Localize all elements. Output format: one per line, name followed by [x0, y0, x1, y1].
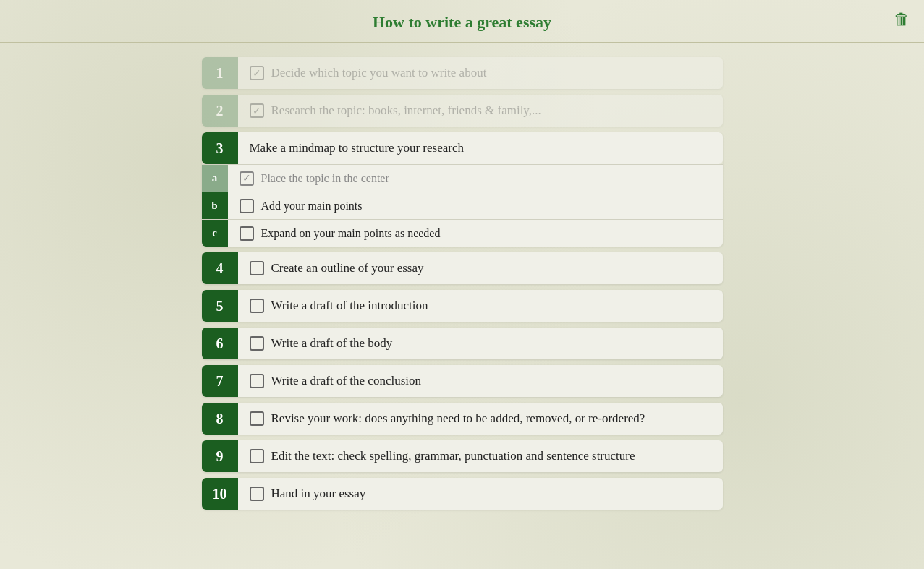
- checkbox-9[interactable]: [250, 449, 264, 463]
- task-row-2: 2Research the topic: books, internet, fr…: [202, 95, 723, 127]
- task-content-5: Write a draft of the introduction: [238, 290, 723, 322]
- task-content-8: Revise your work: does anything need to …: [238, 403, 723, 435]
- task-row-1: 1Decide which topic you want to write ab…: [202, 57, 723, 89]
- step-badge-1: 1: [202, 57, 238, 89]
- checkbox-3c[interactable]: [240, 226, 254, 241]
- task-row-10: 10Hand in your essay: [202, 478, 723, 510]
- checkbox-5[interactable]: [250, 299, 264, 313]
- task-row-7: 7Write a draft of the conclusion: [202, 365, 723, 397]
- task-content-7: Write a draft of the conclusion: [238, 365, 723, 397]
- task-text-10: Hand in your essay: [271, 487, 366, 501]
- step-badge-6: 6: [202, 328, 238, 359]
- delete-icon[interactable]: 🗑: [894, 10, 910, 29]
- task-content-4: Create an outline of your essay: [238, 252, 723, 284]
- task-row-8: 8Revise your work: does anything need to…: [202, 403, 723, 435]
- task-content-10: Hand in your essay: [238, 478, 723, 510]
- step-badge-3: 3: [202, 132, 238, 164]
- task-content-9: Edit the text: check spelling, grammar, …: [238, 440, 723, 472]
- task-row-3: 3Make a mindmap to structure your resear…: [202, 132, 723, 164]
- task-text-9: Edit the text: check spelling, grammar, …: [271, 449, 635, 463]
- checkbox-4[interactable]: [250, 261, 264, 275]
- subtask-text-3b: Add your main points: [261, 200, 363, 213]
- checkbox-2[interactable]: [250, 103, 264, 118]
- checkbox-3b[interactable]: [240, 199, 254, 213]
- task-text-8: Revise your work: does anything need to …: [271, 411, 645, 426]
- checkbox-3a[interactable]: [240, 171, 254, 186]
- subtask-row-3a: aPlace the topic in the center: [202, 164, 723, 192]
- task-row-9: 9Edit the text: check spelling, grammar,…: [202, 440, 723, 472]
- checkbox-1[interactable]: [250, 66, 264, 80]
- task-text-7: Write a draft of the conclusion: [271, 374, 422, 388]
- task-text-3: Make a mindmap to structure your researc…: [250, 141, 464, 155]
- subtask-content-3b: Add your main points: [228, 192, 723, 219]
- step-badge-9: 9: [202, 440, 238, 472]
- task-text-2: Research the topic: books, internet, fri…: [271, 103, 541, 118]
- sub-badge-3b: b: [202, 192, 228, 219]
- subtask-text-3c: Expand on your main points as needed: [261, 227, 441, 240]
- task-content-1: Decide which topic you want to write abo…: [238, 57, 723, 89]
- task-content-6: Write a draft of the body: [238, 328, 723, 359]
- subtask-text-3a: Place the topic in the center: [261, 172, 389, 185]
- task-content-2: Research the topic: books, internet, fri…: [238, 95, 723, 127]
- subtask-content-3c: Expand on your main points as needed: [228, 220, 723, 247]
- task-row-4: 4Create an outline of your essay: [202, 252, 723, 284]
- step-badge-5: 5: [202, 290, 238, 322]
- subtask-row-3b: bAdd your main points: [202, 192, 723, 219]
- checkbox-10[interactable]: [250, 487, 264, 501]
- step-badge-7: 7: [202, 365, 238, 397]
- checkbox-6[interactable]: [250, 336, 264, 351]
- checkbox-8[interactable]: [250, 411, 264, 426]
- sub-badge-3a: a: [202, 165, 228, 192]
- task-content-3: Make a mindmap to structure your researc…: [238, 132, 723, 164]
- sub-badge-3c: c: [202, 220, 228, 247]
- subtask-content-3a: Place the topic in the center: [228, 165, 723, 192]
- step-badge-10: 10: [202, 478, 238, 510]
- task-wrapper-3: 3Make a mindmap to structure your resear…: [202, 132, 723, 247]
- step-badge-2: 2: [202, 95, 238, 127]
- checkbox-7[interactable]: [250, 374, 264, 388]
- page-title: How to write a great essay: [0, 0, 924, 43]
- task-row-5: 5Write a draft of the introduction: [202, 290, 723, 322]
- task-list: 1Decide which topic you want to write ab…: [202, 57, 723, 510]
- task-text-1: Decide which topic you want to write abo…: [271, 66, 487, 80]
- task-text-4: Create an outline of your essay: [271, 261, 424, 275]
- task-text-5: Write a draft of the introduction: [271, 299, 428, 313]
- task-row-6: 6Write a draft of the body: [202, 328, 723, 359]
- step-badge-4: 4: [202, 252, 238, 284]
- subtask-row-3c: cExpand on your main points as needed: [202, 219, 723, 247]
- step-badge-8: 8: [202, 403, 238, 435]
- task-text-6: Write a draft of the body: [271, 336, 393, 351]
